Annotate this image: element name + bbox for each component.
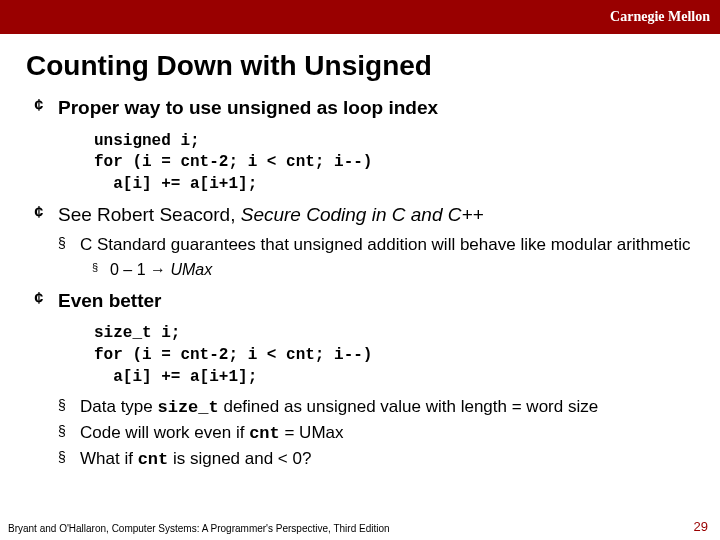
bullet-text: Even better	[58, 289, 161, 314]
bullet2-icon: §	[58, 234, 80, 253]
bullet1-icon: ¢	[34, 203, 58, 224]
code-inline: cnt	[138, 450, 169, 469]
text-part: 0 – 1	[110, 261, 150, 278]
code-block-1: unsigned i; for (i = cnt-2; i < cnt; i--…	[34, 127, 694, 204]
bullet-cnt-signed: § What if cnt is signed and < 0?	[34, 448, 694, 472]
text-part: defined as unsigned value with length = …	[219, 397, 598, 416]
text-part: UMax	[166, 261, 212, 278]
bullet2-icon: §	[58, 396, 80, 415]
bullet2-icon: §	[58, 448, 80, 467]
bullet2-icon: §	[58, 422, 80, 441]
slide-title: Counting Down with Unsigned	[0, 34, 720, 96]
bullet-text: C Standard guarantees that unsigned addi…	[80, 234, 690, 257]
text-part: is signed and < 0?	[168, 449, 311, 468]
bullet-text: See Robert Seacord, Secure Coding in C a…	[58, 203, 484, 228]
code-inline: size_t	[158, 398, 219, 417]
bullet3-icon: §	[92, 259, 110, 276]
text-part: Data type	[80, 397, 158, 416]
bullet-text: Proper way to use unsigned as loop index	[58, 96, 438, 121]
footer-citation: Bryant and O'Hallaron, Computer Systems:…	[8, 523, 390, 534]
bullet-text: Code will work even if cnt = UMax	[80, 422, 344, 446]
bullet1-icon: ¢	[34, 289, 58, 310]
bullet-sizet: § Data type size_t defined as unsigned v…	[34, 396, 694, 420]
top-bar: Carnegie Mellon	[0, 0, 720, 34]
bullet-cnt-umax: § Code will work even if cnt = UMax	[34, 422, 694, 446]
bullet-umax: § 0 – 1 → UMax	[34, 259, 694, 281]
page-number: 29	[694, 519, 708, 534]
arrow-icon: →	[150, 261, 166, 278]
text-part: = UMax	[280, 423, 344, 442]
code-block-2: size_t i; for (i = cnt-2; i < cnt; i--) …	[34, 319, 694, 396]
book-title: Secure Coding in C and C++	[241, 204, 484, 225]
code-inline: cnt	[249, 424, 280, 443]
text-part: What if	[80, 449, 138, 468]
brand-label: Carnegie Mellon	[610, 9, 710, 25]
bullet-c-standard: § C Standard guarantees that unsigned ad…	[34, 234, 694, 257]
text-part: Code will work even if	[80, 423, 249, 442]
bullet1-icon: ¢	[34, 96, 58, 117]
bullet-seacord: ¢ See Robert Seacord, Secure Coding in C…	[34, 203, 694, 228]
slide-content: ¢ Proper way to use unsigned as loop ind…	[0, 96, 720, 472]
bullet-text: What if cnt is signed and < 0?	[80, 448, 311, 472]
bullet-even-better: ¢ Even better	[34, 289, 694, 314]
bullet-text: Data type size_t defined as unsigned val…	[80, 396, 598, 420]
text-part: See Robert Seacord,	[58, 204, 241, 225]
bullet-proper-way: ¢ Proper way to use unsigned as loop ind…	[34, 96, 694, 121]
bullet-text: 0 – 1 → UMax	[110, 259, 212, 281]
